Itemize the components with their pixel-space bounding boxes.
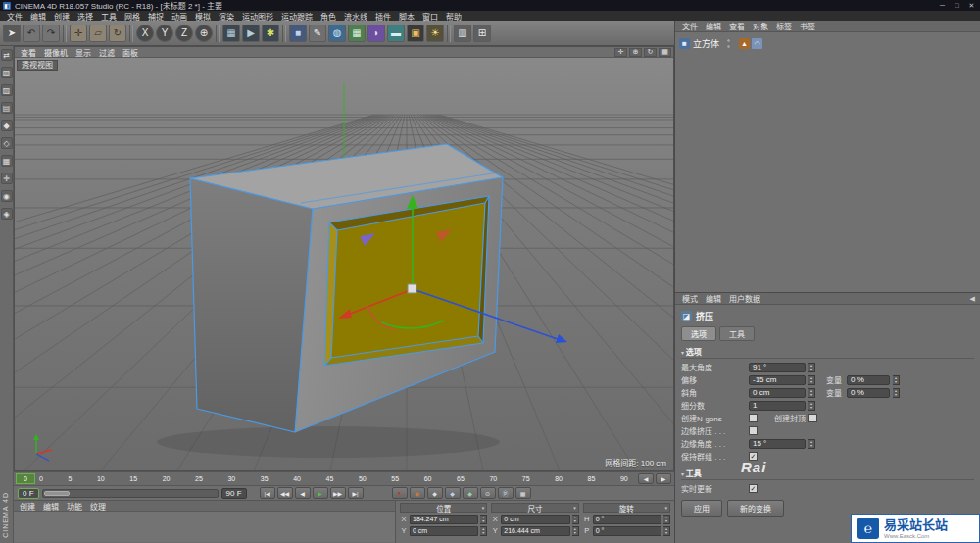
- redo-icon[interactable]: ↷: [42, 25, 60, 42]
- spline-pen-button[interactable]: ✎: [309, 25, 326, 42]
- model-mode-icon[interactable]: ▧: [1, 67, 13, 78]
- apply-button[interactable]: 应用: [681, 500, 722, 517]
- om-menu-item[interactable]: 编辑: [702, 21, 725, 31]
- section-options[interactable]: 选项: [681, 345, 974, 359]
- object-manager[interactable]: ■ 立方体 ▲◠: [675, 32, 980, 293]
- menu-item[interactable]: 模拟: [191, 11, 215, 22]
- menu-item[interactable]: 创建: [50, 11, 74, 22]
- texture-mode-icon[interactable]: ▨: [1, 84, 13, 96]
- size-x-field[interactable]: 0 cm: [501, 515, 569, 524]
- render-settings-button[interactable]: ✱: [262, 25, 279, 42]
- current-frame-marker[interactable]: 0: [16, 473, 35, 484]
- slider-handle[interactable]: [44, 491, 70, 496]
- select-tool-icon[interactable]: ➤: [3, 25, 21, 42]
- rotate-tool-icon[interactable]: ↻: [109, 25, 126, 42]
- viewport-menu-item[interactable]: 显示: [72, 47, 95, 58]
- timeline-ruler[interactable]: 0 051015202530354045505560657075808590 ◀…: [14, 471, 674, 485]
- undo-icon[interactable]: ↶: [23, 25, 40, 42]
- menu-item[interactable]: 编辑: [26, 11, 50, 22]
- om-menu-item[interactable]: 查看: [725, 21, 749, 31]
- keyframe-rotation-icon[interactable]: ◆: [463, 487, 478, 499]
- menu-item[interactable]: 脚本: [395, 11, 418, 22]
- stepper-icon[interactable]: [808, 363, 815, 372]
- next-frame-button[interactable]: ▶▶: [330, 487, 346, 499]
- prev-key-button[interactable]: ◀◀: [277, 487, 293, 499]
- stepper-icon[interactable]: [808, 375, 815, 385]
- goto-end-button[interactable]: ▶|: [348, 487, 364, 499]
- attr-menu-item[interactable]: 模式: [678, 293, 702, 304]
- collapse-panel-icon[interactable]: ◀: [970, 295, 980, 303]
- subdivision-surface-button[interactable]: ◍: [328, 25, 346, 42]
- pan-view-icon[interactable]: ✛: [614, 48, 627, 57]
- edges-mode-icon[interactable]: ◇: [1, 137, 13, 149]
- size-y-field[interactable]: 216.444 cm: [501, 526, 569, 536]
- menu-item[interactable]: 渲染: [215, 11, 238, 22]
- current-frame-field[interactable]: 0 F: [18, 488, 39, 499]
- end-frame-field[interactable]: 90 F: [221, 488, 247, 499]
- variance-field[interactable]: 0 %: [847, 388, 890, 398]
- record-keyframe-button[interactable]: ●: [392, 487, 408, 499]
- stepper-icon[interactable]: [893, 375, 900, 385]
- offset-field[interactable]: -15 cm: [749, 375, 806, 385]
- display-mode-button[interactable]: ▥: [454, 25, 471, 42]
- y-axis-lock-button[interactable]: Y: [156, 25, 173, 42]
- view-label[interactable]: 透视视图: [17, 60, 58, 71]
- tab-options[interactable]: 选项: [681, 326, 716, 341]
- workplane-mode-icon[interactable]: ▤: [1, 102, 13, 114]
- menu-item[interactable]: 角色: [317, 11, 340, 22]
- variance-field[interactable]: 0 %: [847, 375, 890, 385]
- layout-button[interactable]: ⊞: [473, 25, 491, 42]
- maximize-button[interactable]: □: [952, 2, 962, 10]
- play-button[interactable]: ▶: [313, 487, 328, 499]
- edge-angle-field[interactable]: 15 °: [749, 439, 806, 449]
- move-tool-icon[interactable]: ✛: [70, 25, 87, 42]
- close-button[interactable]: ✕: [966, 2, 977, 10]
- enable-axis-icon[interactable]: ✛: [1, 173, 13, 184]
- menu-item[interactable]: 插件: [371, 11, 395, 22]
- deformer-button[interactable]: ◗: [368, 25, 385, 42]
- rotation-p-field[interactable]: 0 °: [593, 526, 662, 536]
- material-menu-item[interactable]: 功能: [63, 501, 86, 512]
- minimize-button[interactable]: ─: [937, 2, 948, 10]
- x-axis-lock-button[interactable]: X: [136, 25, 154, 42]
- menu-item[interactable]: 运动跟踪: [277, 11, 317, 22]
- points-mode-icon[interactable]: ◆: [1, 120, 13, 131]
- floor-button[interactable]: ▬: [387, 25, 405, 42]
- object-name[interactable]: 立方体: [693, 37, 719, 50]
- realtime-checkbox[interactable]: ✓: [749, 484, 758, 493]
- solo-animation-button[interactable]: ▦: [515, 487, 531, 499]
- position-header[interactable]: 位置: [400, 503, 487, 513]
- viewport-menu-item[interactable]: 查看: [17, 47, 40, 58]
- menu-item[interactable]: 窗口: [418, 11, 442, 22]
- array-button[interactable]: ▦: [348, 25, 366, 42]
- camera-button[interactable]: ▣: [407, 25, 424, 42]
- gizmo-center-handle[interactable]: [408, 284, 416, 293]
- section-tool[interactable]: 工具: [681, 467, 974, 480]
- material-menu-item[interactable]: 纹理: [86, 501, 110, 512]
- menu-item[interactable]: 流水线: [340, 11, 371, 22]
- add-cube-button[interactable]: ■: [289, 25, 307, 42]
- om-menu-item[interactable]: 标签: [772, 21, 796, 31]
- viewport-menu-item[interactable]: 面板: [119, 47, 142, 58]
- prev-frame-button[interactable]: ◀: [295, 487, 311, 499]
- polygon-selection-tag-icon[interactable]: ▲: [739, 38, 750, 49]
- size-header[interactable]: 尺寸: [491, 503, 578, 513]
- stepper-icon[interactable]: [480, 515, 487, 524]
- stepper-icon[interactable]: [808, 401, 815, 411]
- menu-item[interactable]: 运动图形: [238, 11, 277, 22]
- coordinate-system-button[interactable]: ⊕: [195, 25, 213, 42]
- attr-menu-item[interactable]: 用户数据: [725, 293, 764, 304]
- menu-item[interactable]: 文件: [3, 11, 26, 22]
- menu-item[interactable]: 工具: [97, 11, 121, 22]
- goto-start-button[interactable]: |◀: [260, 487, 275, 499]
- stepper-icon[interactable]: [893, 388, 900, 398]
- menu-item[interactable]: 网格: [121, 11, 144, 22]
- keyframe-scale-icon[interactable]: ◆: [445, 487, 461, 499]
- toggle-view-icon[interactable]: ▦: [659, 48, 671, 57]
- viewport-solo-icon[interactable]: ◉: [1, 190, 13, 202]
- max-angle-field[interactable]: 91 °: [749, 363, 806, 372]
- stepper-icon[interactable]: [572, 515, 579, 524]
- stepper-icon[interactable]: [480, 526, 487, 536]
- menu-item[interactable]: 捕捉: [144, 11, 168, 22]
- material-menu-item[interactable]: 创建: [16, 501, 39, 512]
